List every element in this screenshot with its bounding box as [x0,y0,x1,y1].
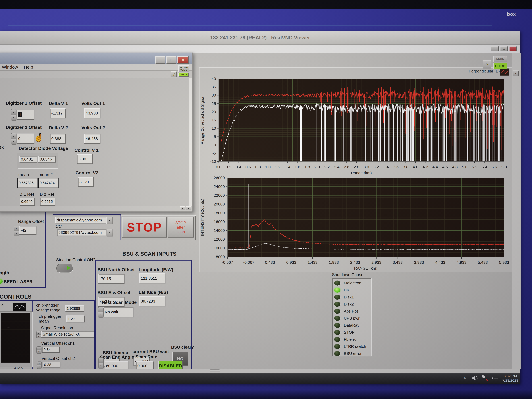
vi-vscrollbar[interactable] [189,78,192,206]
vi-help-button[interactable]: ? [171,71,177,77]
stepper-up-icon[interactable]: ▲ [14,226,19,231]
set-det-volts-button[interactable]: SET DET VOLTS [178,65,189,72]
action-center-flag-icon[interactable]: ⚑ [481,374,486,380]
vi-scroll-right-button[interactable]: ► [186,206,191,210]
stepper-up-icon[interactable]: ▲ [37,331,41,335]
current-bsu-wait-label: current BSU wait [133,349,169,354]
svg-text:5.6: 5.6 [491,165,497,169]
stepper-up-icon[interactable]: ▲ [11,109,16,115]
svg-text:5.8: 5.8 [501,165,507,169]
longitude-field[interactable]: 121.8511 [139,273,165,283]
chats-button[interactable]: CHATS [178,73,189,77]
stop-button[interactable]: STOP [122,217,167,238]
stepper-down-icon[interactable]: ▼ [14,231,19,236]
clock-time[interactable]: 3:32 PM [502,374,519,378]
control-v1-value: 3.303 [78,157,88,161]
stepper-up-icon[interactable]: ▲ [11,133,16,139]
svg-text:1.0: 1.0 [265,165,271,169]
digitizer2-stepper[interactable]: ▲▼ [11,133,17,145]
bsu-heading: BSU & SCAN INPUTS [122,251,177,257]
vi-hscrollbar[interactable] [0,206,192,211]
pretrigger-mean-value: 1.27 [68,317,75,321]
range-offset-label: Range Offset [18,219,44,224]
stepper-down-icon[interactable]: ▼ [98,312,103,318]
shutdown-item: UPS pwr [333,315,371,322]
scroll-up-icon: ▲ [515,72,517,75]
stepper-up-icon[interactable]: ▲ [37,347,41,350]
stepper-up-icon[interactable]: ▲ [98,307,103,312]
volume-icon[interactable] [471,374,478,382]
legend-plot-icon[interactable] [500,68,509,76]
signal-resolution-field[interactable]: Small Wide R 2/O -.6 [41,331,95,338]
clock-date[interactable]: 7/23/2023 [500,379,520,383]
vertical-offset-ch2-stepper[interactable]: ▲▼ [37,361,42,369]
shutdown-item-label: Disk1 [344,295,354,299]
stepper-down-icon[interactable]: ▼ [37,335,41,338]
svg-text:5.0: 5.0 [462,165,468,169]
digitizer1-field[interactable]: 1 [17,110,34,120]
striation-toggle[interactable] [56,264,73,273]
email-to-dropdown[interactable]: ▼ [106,217,113,224]
control-v1-field: 3.303 [77,154,93,164]
stepper-down-icon[interactable]: ▼ [37,350,41,354]
stepper-down-icon[interactable]: ▼ [98,363,103,369]
taskbar[interactable] [0,373,520,384]
main-button[interactable]: MAIN 14 [494,56,507,62]
vi-scroll-left-button[interactable]: ◄ [180,206,185,210]
vnc-titlebar[interactable]: 132.241.231.78 (REAL2) - RealVNC Viewer [0,31,520,44]
vnc-hscrollbar-grip[interactable] [210,369,220,372]
bsu-timeout-stepper[interactable]: ▲▼ [98,357,104,369]
remote-minimize-button[interactable]: — [491,46,499,51]
stop-after-scan-button[interactable]: STOP after scan [168,217,194,238]
digitizer2-field[interactable]: 0 [17,133,34,144]
signal-resolution-stepper[interactable]: ▲▼ [36,331,41,338]
email-cc-dropdown[interactable]: ▼ [107,229,113,236]
d1-ref-field: 0.6540 [20,198,35,206]
stop-after-scan-line3: scan [177,229,185,234]
delta-v2-label: Delta V 2 [49,125,68,130]
app-vertical-scrollbar[interactable] [512,53,520,369]
remote-maximize-button[interactable]: □ [500,46,508,51]
control-v2-value: 3.121 [79,180,89,184]
vertical-offset-ch1-field[interactable]: 0.34 [42,347,60,353]
vertical-offset-ch2-field[interactable]: 0.28 [43,362,60,368]
email-to-field[interactable]: drspazmatic@yahoo.com [55,217,106,223]
stepper-down-icon[interactable]: ▼ [11,115,16,120]
stepper-down-icon[interactable]: ▼ [37,365,42,369]
bsu-north-field[interactable]: -70.15 [98,274,125,284]
pretrigger-range-label-1: ch pretrigger [36,303,58,308]
next-scan-mode-field[interactable]: No wait [103,307,133,317]
digitizer1-stepper[interactable]: ▲▼ [11,109,17,121]
vi-maximize-button[interactable]: □ [166,56,176,64]
range-offset-field[interactable]: -42 [19,226,37,234]
latitude-field[interactable]: 39.7283 [139,296,165,306]
scope-waveform-icon[interactable] [13,303,26,311]
stepper-up-icon[interactable]: ▲ [37,362,42,365]
vi-minimize-button[interactable]: — [155,56,165,64]
tray-expand-icon[interactable]: ▲ [463,376,466,379]
vi-close-button[interactable]: × [177,56,189,64]
vi-menubar: Window Help [0,64,192,71]
vnc-hscrollbar[interactable] [0,369,520,373]
menu-window[interactable]: Window [2,64,18,70]
signal-resolution-label: Signal Resolution [41,326,73,330]
shutdown-item: Disk2 [333,301,371,308]
volts-out2-field: 46.488 [84,134,101,144]
chart-scroll-up-button[interactable]: ▲ [513,70,519,76]
bsu-north-value: -70.15 [100,277,111,281]
svg-text:24000: 24000 [214,184,225,189]
flag-error-badge-icon: ✕ [485,378,488,382]
chico-button[interactable]: CHICO [494,63,507,70]
vertical-offset-ch1-stepper[interactable]: ▲▼ [37,346,42,354]
menu-help[interactable]: Help [24,64,33,70]
stepper-down-icon[interactable]: ▼ [11,139,16,145]
network-icon[interactable] [491,374,499,382]
main-help-button[interactable]: ? [483,60,491,69]
shutdown-led-icon [334,309,340,314]
email-cc-field[interactable]: 5309902791@vtext.com [57,229,106,236]
range-offset-stepper[interactable]: ▲▼ [13,226,19,236]
stepper-up-icon[interactable]: ▲ [98,357,103,363]
volts-out2-label: Volts Out 2 [81,125,105,130]
next-scan-mode-stepper[interactable]: ▲▼ [98,307,104,318]
remote-close-button[interactable]: × [509,46,517,51]
